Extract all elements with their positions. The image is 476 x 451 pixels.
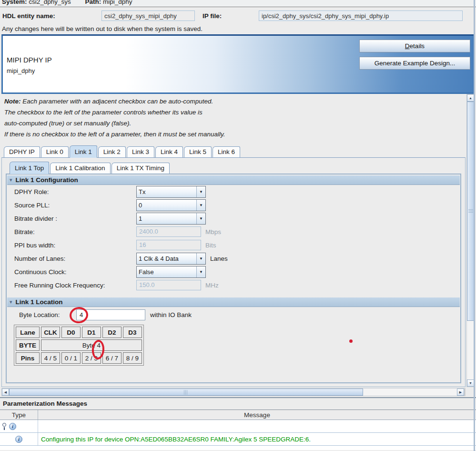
ip-title: MIPI DPHY IP — [7, 56, 52, 64]
parameterization-messages-title: Parameterization Messages — [0, 398, 476, 410]
system-value: csi2_dphy_sys — [29, 0, 71, 5]
scroll-left-button[interactable]: ◀ — [2, 389, 9, 396]
byte-location-label: Byte Location: — [19, 311, 76, 318]
chevron-down-icon[interactable]: ▼ — [196, 186, 205, 197]
message-type-cell: i — [0, 433, 38, 445]
source-pll-dropdown[interactable]: 0 ▼ — [136, 199, 206, 211]
entity-row: HDL entity name: csi2_dphy_sys_mipi_dphy… — [0, 7, 476, 24]
section-title: Link 1 Configuration — [16, 176, 78, 184]
tab-link-5[interactable]: Link 5 — [184, 146, 212, 157]
subtab-link1-top[interactable]: Link 1 Top — [10, 162, 49, 174]
lane-d0-cell: D0 — [61, 327, 81, 338]
link1-location-section-header[interactable]: ▾ Link 1 Location — [7, 297, 460, 307]
bitrate-unit: Mbps — [205, 228, 221, 236]
number-of-lanes-value: 1 Clk & 4 Data — [137, 253, 196, 264]
tab-link-3[interactable]: Link 3 — [127, 146, 154, 157]
note-line-4: If there is no checkbox to the left of a… — [4, 131, 466, 138]
tab-link-0[interactable]: Link 0 — [41, 146, 69, 157]
ip-parameter-editor-window: System: csi2_dphy_sys Path: mipi_dphy HD… — [0, 0, 476, 450]
dphy-role-dropdown[interactable]: Tx ▼ — [136, 186, 206, 198]
tab-link-4[interactable]: Link 4 — [155, 146, 183, 157]
bitrate-divider-label: Bitrate divider : — [14, 215, 136, 222]
bitrate-field: 2400.0 — [136, 226, 201, 237]
message-type-cell: i — [0, 420, 38, 432]
link-tabs: DPHY IP Link 0 Link 1 Link 2 Link 3 Link… — [1, 144, 466, 157]
chevron-down-icon[interactable]: ▼ — [196, 213, 205, 224]
byte-row: BYTE Byte 4 — [16, 339, 142, 351]
chevron-down-icon[interactable]: ▼ — [196, 253, 205, 264]
info-icon: i — [9, 423, 16, 430]
dphy-role-label: DPHY Role: — [14, 188, 136, 195]
note-line-1: Each parameter with an adjacent checkbox… — [22, 98, 213, 105]
note-block: Note: Each parameter with an adjacent ch… — [1, 94, 466, 144]
link1-top-panel: ▾ Link 1 Configuration DPHY Role: Tx ▼ S… — [6, 174, 461, 383]
continuous-clock-dropdown[interactable]: False ▼ — [136, 266, 206, 278]
chevron-down-icon[interactable]: ▼ — [196, 266, 205, 277]
scroll-thumb-grip — [468, 209, 473, 213]
free-running-clock-frequency-label: Free Running Clock Frequency: — [14, 282, 136, 289]
pins-d3-cell: 8 / 9 — [123, 352, 142, 364]
tab-link-2[interactable]: Link 2 — [98, 146, 126, 157]
parameterization-messages-panel: Parameterization Messages Type Message i… — [0, 397, 476, 450]
details-button[interactable]: Details — [359, 40, 470, 52]
vertical-scroll-track[interactable] — [467, 102, 474, 379]
pins-row-label: Pins — [16, 352, 40, 364]
link1-configuration-section-header[interactable]: ▾ Link 1 Configuration — [7, 175, 460, 185]
note-line-2: The checkbox to the left of the paramete… — [4, 109, 466, 116]
number-of-lanes-label: Number of Lanes: — [14, 255, 136, 262]
vertical-scroll-thumb[interactable] — [467, 102, 474, 321]
generate-example-design-button[interactable]: Generate Example Design... — [359, 57, 470, 70]
scroll-right-button[interactable]: ▶ — [457, 389, 464, 396]
message-row-partial — [0, 446, 476, 450]
byte-location-row: Byte Location: 4 within IO Bank — [7, 308, 460, 321]
link1-subtabs: Link 1 Top Link 1 Calibration Link 1 TX … — [10, 161, 465, 174]
horizontal-scrollbar[interactable]: ◀ ▶ — [1, 388, 465, 396]
ppi-bus-width-unit: Bits — [205, 242, 216, 249]
hdl-entity-input[interactable]: csi2_dphy_sys_mipi_dphy — [101, 10, 195, 21]
messages-table: Type Message i i Configuring this IP for… — [0, 410, 476, 450]
red-dot-annotation — [349, 339, 353, 343]
number-of-lanes-dropdown[interactable]: 1 Clk & 4 Data ▼ — [136, 253, 206, 265]
bitrate-divider-dropdown[interactable]: 1 ▼ — [136, 213, 206, 225]
field-row-number-of-lanes: Number of Lanes: 1 Clk & 4 Data ▼ Lanes — [7, 252, 460, 265]
path-value: mipi_dphy — [103, 0, 132, 5]
chevron-down-icon[interactable]: ▼ — [196, 200, 205, 211]
tab-link-6[interactable]: Link 6 — [213, 146, 240, 157]
lane-d2-cell: D2 — [102, 327, 122, 338]
ip-title-block: MIPI DPHY IP mipi_dphy — [7, 56, 52, 74]
collapse-triangle-icon[interactable]: ▾ — [10, 299, 12, 305]
free-running-clock-frequency-unit: MHz — [205, 282, 219, 289]
system-path-bar: System: csi2_dphy_sys Path: mipi_dphy — [0, 0, 476, 7]
bitrate-label: Bitrate: — [14, 228, 136, 236]
note-line-3: auto-computed (true) or set manually (fa… — [4, 120, 466, 127]
lane-clk-cell: CLK — [41, 327, 60, 338]
free-running-clock-frequency-field: 150.0 — [136, 280, 201, 290]
message-row[interactable]: i Configuring this IP for device OPN:A5E… — [0, 433, 476, 446]
ip-file-label: IP file: — [203, 12, 259, 20]
pins-row: Pins 4 / 5 0 / 1 2 / 3 6 / 7 8 / 9 — [16, 352, 142, 364]
message-row[interactable]: i — [0, 420, 476, 433]
tab-link-1[interactable]: Link 1 — [70, 145, 97, 158]
horizontal-scroll-thumb[interactable] — [9, 389, 363, 396]
scroll-up-button[interactable]: ▲ — [467, 94, 474, 102]
horizontal-scroll-track[interactable] — [9, 389, 457, 396]
tree-expander-icon[interactable] — [2, 422, 7, 430]
subtab-link1-tx-timing[interactable]: Link 1 TX Timing — [111, 163, 170, 174]
lane-header-row: Lane CLK D0 D1 D2 D3 — [16, 327, 142, 338]
field-row-continuous-clock: Continuous Clock: False ▼ — [7, 265, 460, 278]
link1-tab-panel: Link 1 Top Link 1 Calibration Link 1 TX … — [1, 157, 466, 387]
lane-d3-cell: D3 — [123, 327, 142, 338]
parameter-scroll-area: Note: Each parameter with an adjacent ch… — [1, 94, 475, 396]
field-row-dphy-role: DPHY Role: Tx ▼ — [7, 185, 460, 198]
subtab-link1-calibration[interactable]: Link 1 Calibration — [50, 163, 110, 174]
horizontal-scrollbar-row: ◀ ▶ — [1, 388, 466, 396]
system-label: System: — [2, 0, 27, 5]
tab-dphy-ip[interactable]: DPHY IP — [4, 146, 40, 157]
pins-d2-cell: 6 / 7 — [102, 352, 122, 364]
byte-location-input[interactable]: 4 — [76, 309, 145, 320]
scroll-down-button[interactable]: ▼ — [467, 379, 474, 387]
field-row-free-running-clock: Free Running Clock Frequency: 150.0 MHz — [7, 278, 460, 292]
ppi-bus-width-label: PPI bus width: — [14, 242, 136, 249]
collapse-triangle-icon[interactable]: ▾ — [10, 177, 12, 183]
pins-d0-cell: 0 / 1 — [61, 352, 81, 364]
